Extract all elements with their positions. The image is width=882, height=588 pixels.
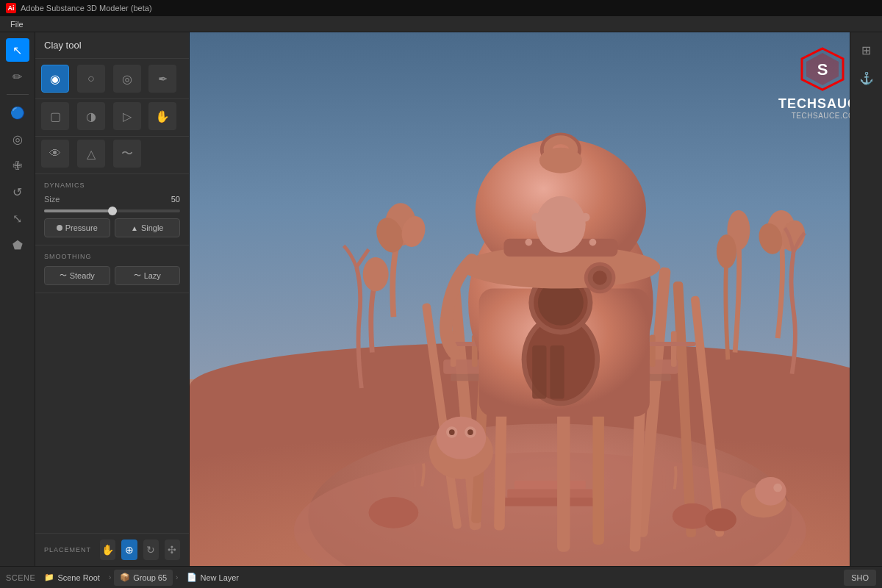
- dynamics-section: DYNAMICS Size 50 Pressure ▲ Single: [35, 174, 189, 245]
- smoothing-buttons: 〜 Steady 〜 Lazy: [44, 266, 180, 285]
- size-fill: [44, 209, 112, 212]
- svg-rect-4: [501, 498, 600, 506]
- svg-rect-21: [650, 334, 656, 367]
- svg-point-47: [592, 270, 606, 284]
- lazy-icon: 〜: [134, 270, 141, 281]
- sho-label: SHO: [851, 573, 869, 582]
- svg-point-44: [589, 239, 597, 246]
- scene-root-label: Scene Root: [57, 573, 99, 582]
- scene-label: SCENE: [6, 573, 35, 582]
- sculpt-tool[interactable]: 🔵: [6, 101, 29, 124]
- svg-point-51: [363, 257, 389, 291]
- steady-icon: 〜: [60, 270, 67, 281]
- breadcrumb-arrow-2: ›: [176, 573, 178, 581]
- pressure-label: Pressure: [65, 223, 98, 232]
- size-thumb[interactable]: [108, 207, 117, 215]
- brush-tool[interactable]: ✏: [6, 65, 29, 88]
- svg-point-53: [717, 234, 736, 268]
- breadcrumb-group65[interactable]: 📦 Group 65: [114, 570, 173, 586]
- target-placement-btn[interactable]: ⊕: [121, 539, 137, 560]
- svg-rect-29: [532, 345, 546, 399]
- move-tool[interactable]: ✙: [6, 154, 29, 177]
- spike-tool-btn[interactable]: △: [77, 140, 105, 168]
- single-btn[interactable]: ▲ Single: [115, 218, 181, 237]
- new-layer-label: New Layer: [200, 573, 239, 582]
- svg-point-63: [369, 497, 419, 528]
- placement-bar: PLACEMENT ✋ ⊕ ↻ ✣: [35, 533, 189, 566]
- brush-grid-row2: ▢ ◑ ▷ ✋: [35, 99, 189, 137]
- single-label: Single: [141, 223, 164, 232]
- hand-placement-btn[interactable]: ✋: [100, 539, 115, 560]
- smooth-brush-btn[interactable]: ○: [77, 65, 105, 93]
- svg-point-67: [755, 477, 786, 506]
- crease-brush-btn[interactable]: ◑: [77, 102, 105, 130]
- inflate-brush-btn[interactable]: ◎: [113, 65, 141, 93]
- bottom-bar: SCENE 📁 Scene Root › 📦 Group 65 › 📄 New …: [0, 566, 882, 588]
- svg-point-40: [539, 148, 582, 173]
- size-value: 50: [171, 195, 180, 204]
- placement-label: PLACEMENT: [44, 546, 91, 553]
- app-title: Adobe Substance 3D Modeler (beta): [21, 4, 152, 12]
- rotate-tool[interactable]: ↺: [6, 180, 29, 204]
- steady-btn[interactable]: 〜 Steady: [44, 266, 110, 285]
- svg-point-42: [581, 213, 590, 222]
- svg-rect-3: [507, 489, 592, 498]
- pressure-dot: [57, 225, 62, 231]
- svg-point-68: [773, 484, 782, 492]
- breadcrumb-arrow-1: ›: [109, 573, 111, 581]
- smoothing-title: SMOOTHING: [44, 253, 180, 260]
- single-icon: ▲: [131, 224, 138, 232]
- grid-view-btn[interactable]: ⊞: [855, 38, 878, 62]
- paint-brush-btn[interactable]: ✒: [148, 65, 176, 93]
- select-tool[interactable]: ↖: [6, 38, 29, 62]
- lazy-btn[interactable]: 〜 Lazy: [115, 266, 181, 285]
- smoothing-section: SMOOTHING 〜 Steady 〜 Lazy: [35, 245, 189, 293]
- svg-text:S: S: [817, 60, 828, 79]
- brush-grid-row1: ◉ ○ ◎ ✒: [35, 59, 189, 99]
- grab-brush-btn[interactable]: ✋: [148, 102, 176, 130]
- breadcrumb-scene-root[interactable]: 📁 Scene Root: [38, 570, 105, 586]
- steady-label: Steady: [70, 271, 95, 280]
- mask-tool[interactable]: ⬟: [6, 233, 29, 257]
- svg-point-37: [536, 196, 586, 253]
- svg-rect-22: [671, 331, 677, 367]
- clay-brush-btn[interactable]: ◉: [41, 65, 69, 93]
- techsauce-logo-svg: S: [800, 47, 845, 91]
- trim-brush-btn[interactable]: ▷: [113, 102, 141, 130]
- right-icon-strip: ⊞ ⚓: [850, 32, 882, 566]
- scale-tool[interactable]: ⤡: [6, 207, 29, 230]
- size-slider[interactable]: [44, 209, 180, 212]
- new-layer-icon: 📄: [187, 573, 197, 582]
- sho-button[interactable]: SHO: [844, 570, 876, 586]
- breadcrumb-new-layer[interactable]: 📄 New Layer: [181, 570, 245, 586]
- divider: [7, 94, 29, 95]
- menu-file[interactable]: File: [6, 18, 28, 30]
- size-label: Size: [44, 195, 60, 204]
- svg-point-61: [449, 429, 455, 435]
- tool-name: Clay tool: [35, 32, 189, 59]
- titlebar: Ai Adobe Substance 3D Modeler (beta): [0, 0, 882, 16]
- svg-rect-2: [514, 481, 586, 490]
- pressure-btn[interactable]: Pressure: [44, 218, 110, 237]
- svg-point-65: [705, 509, 736, 531]
- square-brush-btn[interactable]: ▢: [41, 102, 69, 130]
- brush-grid-row3: 👁 △ 〜: [35, 137, 189, 174]
- eye-tool-btn[interactable]: 👁: [41, 140, 69, 168]
- tool-strip: ↖ ✏ 🔵 ◎ ✙ ↺ ⤡ ⬟: [0, 32, 35, 566]
- svg-rect-30: [550, 345, 564, 399]
- adobe-icon: Ai: [6, 3, 16, 13]
- group65-icon: 📦: [120, 573, 130, 582]
- svg-point-41: [531, 213, 540, 222]
- curve-tool-btn[interactable]: 〜: [113, 140, 141, 168]
- dynamics-buttons: Pressure ▲ Single: [44, 218, 180, 237]
- anchor-btn[interactable]: ⚓: [855, 66, 878, 90]
- viewport[interactable]: S TECHSAUCE TECHSAUCE.CO ⊞ ⚓: [190, 32, 882, 566]
- smooth-tool[interactable]: ◎: [6, 127, 29, 151]
- svg-point-58: [436, 417, 486, 459]
- orbit-placement-btn[interactable]: ↻: [143, 539, 159, 560]
- svg-point-43: [525, 239, 532, 246]
- size-row: Size 50: [44, 195, 180, 204]
- snap-placement-btn[interactable]: ✣: [165, 539, 180, 560]
- dynamics-title: DYNAMICS: [44, 182, 180, 189]
- lazy-label: Lazy: [144, 271, 161, 280]
